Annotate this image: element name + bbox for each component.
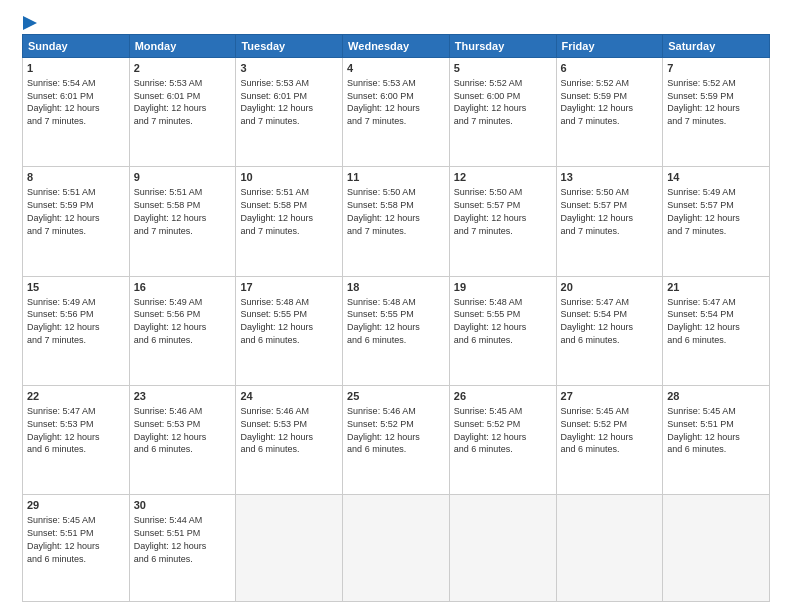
day-number: 8 [27, 170, 125, 185]
day-info: Sunrise: 5:50 AMSunset: 5:57 PMDaylight:… [454, 187, 527, 235]
day-info: Sunrise: 5:49 AMSunset: 5:57 PMDaylight:… [667, 187, 740, 235]
calendar-cell: 24Sunrise: 5:46 AMSunset: 5:53 PMDayligh… [236, 386, 343, 495]
day-info: Sunrise: 5:45 AMSunset: 5:51 PMDaylight:… [27, 515, 100, 563]
calendar-cell: 20Sunrise: 5:47 AMSunset: 5:54 PMDayligh… [556, 276, 663, 385]
calendar-cell: 14Sunrise: 5:49 AMSunset: 5:57 PMDayligh… [663, 167, 770, 276]
day-info: Sunrise: 5:53 AMSunset: 6:01 PMDaylight:… [134, 78, 207, 126]
calendar-cell: 11Sunrise: 5:50 AMSunset: 5:58 PMDayligh… [343, 167, 450, 276]
day-number: 20 [561, 280, 659, 295]
calendar-cell [343, 495, 450, 602]
calendar-week-3: 15Sunrise: 5:49 AMSunset: 5:56 PMDayligh… [23, 276, 770, 385]
calendar-cell: 15Sunrise: 5:49 AMSunset: 5:56 PMDayligh… [23, 276, 130, 385]
day-info: Sunrise: 5:50 AMSunset: 5:57 PMDaylight:… [561, 187, 634, 235]
svg-marker-0 [23, 16, 37, 30]
day-info: Sunrise: 5:50 AMSunset: 5:58 PMDaylight:… [347, 187, 420, 235]
calendar-cell: 6Sunrise: 5:52 AMSunset: 5:59 PMDaylight… [556, 58, 663, 167]
day-info: Sunrise: 5:52 AMSunset: 5:59 PMDaylight:… [667, 78, 740, 126]
col-header-tuesday: Tuesday [236, 35, 343, 58]
calendar-table: SundayMondayTuesdayWednesdayThursdayFrid… [22, 34, 770, 602]
day-number: 16 [134, 280, 232, 295]
logo-icon [23, 16, 41, 30]
day-number: 5 [454, 61, 552, 76]
calendar-cell: 25Sunrise: 5:46 AMSunset: 5:52 PMDayligh… [343, 386, 450, 495]
calendar-cell: 28Sunrise: 5:45 AMSunset: 5:51 PMDayligh… [663, 386, 770, 495]
day-number: 19 [454, 280, 552, 295]
day-number: 17 [240, 280, 338, 295]
day-number: 26 [454, 389, 552, 404]
calendar-week-1: 1Sunrise: 5:54 AMSunset: 6:01 PMDaylight… [23, 58, 770, 167]
day-info: Sunrise: 5:47 AMSunset: 5:53 PMDaylight:… [27, 406, 100, 454]
calendar-cell [449, 495, 556, 602]
day-info: Sunrise: 5:48 AMSunset: 5:55 PMDaylight:… [454, 297, 527, 345]
calendar-cell: 21Sunrise: 5:47 AMSunset: 5:54 PMDayligh… [663, 276, 770, 385]
calendar-cell [556, 495, 663, 602]
day-number: 18 [347, 280, 445, 295]
day-info: Sunrise: 5:48 AMSunset: 5:55 PMDaylight:… [347, 297, 420, 345]
day-info: Sunrise: 5:49 AMSunset: 5:56 PMDaylight:… [134, 297, 207, 345]
day-info: Sunrise: 5:51 AMSunset: 5:59 PMDaylight:… [27, 187, 100, 235]
day-number: 2 [134, 61, 232, 76]
day-info: Sunrise: 5:51 AMSunset: 5:58 PMDaylight:… [240, 187, 313, 235]
calendar-week-2: 8Sunrise: 5:51 AMSunset: 5:59 PMDaylight… [23, 167, 770, 276]
calendar-cell: 8Sunrise: 5:51 AMSunset: 5:59 PMDaylight… [23, 167, 130, 276]
day-info: Sunrise: 5:46 AMSunset: 5:53 PMDaylight:… [240, 406, 313, 454]
day-number: 24 [240, 389, 338, 404]
day-number: 7 [667, 61, 765, 76]
day-info: Sunrise: 5:52 AMSunset: 6:00 PMDaylight:… [454, 78, 527, 126]
day-number: 6 [561, 61, 659, 76]
calendar-week-5: 29Sunrise: 5:45 AMSunset: 5:51 PMDayligh… [23, 495, 770, 602]
day-number: 30 [134, 498, 232, 513]
day-number: 3 [240, 61, 338, 76]
day-info: Sunrise: 5:46 AMSunset: 5:53 PMDaylight:… [134, 406, 207, 454]
day-number: 10 [240, 170, 338, 185]
day-number: 15 [27, 280, 125, 295]
day-info: Sunrise: 5:51 AMSunset: 5:58 PMDaylight:… [134, 187, 207, 235]
calendar-cell: 2Sunrise: 5:53 AMSunset: 6:01 PMDaylight… [129, 58, 236, 167]
col-header-wednesday: Wednesday [343, 35, 450, 58]
calendar-cell: 3Sunrise: 5:53 AMSunset: 6:01 PMDaylight… [236, 58, 343, 167]
col-header-saturday: Saturday [663, 35, 770, 58]
calendar-cell: 12Sunrise: 5:50 AMSunset: 5:57 PMDayligh… [449, 167, 556, 276]
day-number: 22 [27, 389, 125, 404]
day-number: 27 [561, 389, 659, 404]
day-info: Sunrise: 5:45 AMSunset: 5:52 PMDaylight:… [454, 406, 527, 454]
day-number: 23 [134, 389, 232, 404]
calendar-cell: 27Sunrise: 5:45 AMSunset: 5:52 PMDayligh… [556, 386, 663, 495]
page: SundayMondayTuesdayWednesdayThursdayFrid… [0, 0, 792, 612]
col-header-friday: Friday [556, 35, 663, 58]
day-number: 28 [667, 389, 765, 404]
calendar-cell: 19Sunrise: 5:48 AMSunset: 5:55 PMDayligh… [449, 276, 556, 385]
day-info: Sunrise: 5:49 AMSunset: 5:56 PMDaylight:… [27, 297, 100, 345]
day-info: Sunrise: 5:54 AMSunset: 6:01 PMDaylight:… [27, 78, 100, 126]
calendar-cell: 5Sunrise: 5:52 AMSunset: 6:00 PMDaylight… [449, 58, 556, 167]
calendar-cell: 13Sunrise: 5:50 AMSunset: 5:57 PMDayligh… [556, 167, 663, 276]
calendar-cell [236, 495, 343, 602]
calendar-cell: 16Sunrise: 5:49 AMSunset: 5:56 PMDayligh… [129, 276, 236, 385]
day-number: 29 [27, 498, 125, 513]
calendar-cell: 7Sunrise: 5:52 AMSunset: 5:59 PMDaylight… [663, 58, 770, 167]
calendar-cell: 18Sunrise: 5:48 AMSunset: 5:55 PMDayligh… [343, 276, 450, 385]
calendar-cell: 4Sunrise: 5:53 AMSunset: 6:00 PMDaylight… [343, 58, 450, 167]
day-info: Sunrise: 5:52 AMSunset: 5:59 PMDaylight:… [561, 78, 634, 126]
calendar-cell: 23Sunrise: 5:46 AMSunset: 5:53 PMDayligh… [129, 386, 236, 495]
header [22, 18, 770, 26]
day-info: Sunrise: 5:47 AMSunset: 5:54 PMDaylight:… [667, 297, 740, 345]
col-header-thursday: Thursday [449, 35, 556, 58]
calendar-cell: 30Sunrise: 5:44 AMSunset: 5:51 PMDayligh… [129, 495, 236, 602]
calendar-cell: 9Sunrise: 5:51 AMSunset: 5:58 PMDaylight… [129, 167, 236, 276]
day-info: Sunrise: 5:48 AMSunset: 5:55 PMDaylight:… [240, 297, 313, 345]
day-number: 11 [347, 170, 445, 185]
calendar-cell: 17Sunrise: 5:48 AMSunset: 5:55 PMDayligh… [236, 276, 343, 385]
day-info: Sunrise: 5:45 AMSunset: 5:51 PMDaylight:… [667, 406, 740, 454]
calendar-cell: 22Sunrise: 5:47 AMSunset: 5:53 PMDayligh… [23, 386, 130, 495]
calendar-week-4: 22Sunrise: 5:47 AMSunset: 5:53 PMDayligh… [23, 386, 770, 495]
day-number: 1 [27, 61, 125, 76]
col-header-monday: Monday [129, 35, 236, 58]
calendar-cell: 26Sunrise: 5:45 AMSunset: 5:52 PMDayligh… [449, 386, 556, 495]
day-info: Sunrise: 5:53 AMSunset: 6:01 PMDaylight:… [240, 78, 313, 126]
day-number: 9 [134, 170, 232, 185]
day-number: 12 [454, 170, 552, 185]
day-info: Sunrise: 5:47 AMSunset: 5:54 PMDaylight:… [561, 297, 634, 345]
day-info: Sunrise: 5:46 AMSunset: 5:52 PMDaylight:… [347, 406, 420, 454]
logo [22, 18, 41, 26]
